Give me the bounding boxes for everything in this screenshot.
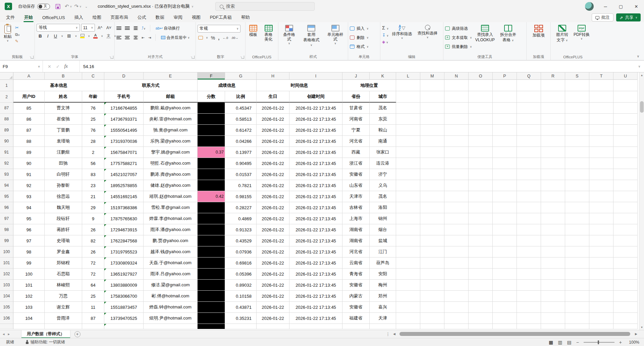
cell-score-black[interactable] [198,235,225,246]
field-header-cell[interactable]: 城市 [370,91,396,103]
empty-cell[interactable] [613,269,638,280]
cell-name[interactable]: 罗金鑫 [45,246,82,257]
empty-cell[interactable] [493,202,517,213]
column-header-R[interactable]: R [541,72,565,80]
fill-color-dropdown-icon[interactable]: ∨ [88,35,90,38]
cell-id[interactable]: 89 [13,147,45,158]
empty-cell[interactable] [565,291,589,302]
row-header-87[interactable]: 87 [0,103,13,114]
cell-province[interactable]: 青海省 [342,269,370,280]
cell-province[interactable]: 福建省 [342,313,370,324]
empty-cell[interactable] [444,269,469,280]
empty-cell[interactable] [613,235,638,246]
row-header-93[interactable]: 93 [0,169,13,180]
empty-cell[interactable] [517,169,541,180]
page-layout-view-icon[interactable]: ▥ [558,340,562,345]
field-header-cell[interactable]: 用户ID [13,91,45,103]
cell-city[interactable]: 嘉兴 [370,302,396,313]
empty-cell[interactable] [565,80,589,91]
cell-created-time[interactable]: 2026-01-22 17:13:45 [289,180,342,191]
empty-cell[interactable] [517,257,541,269]
cell-province[interactable]: 甘肃省 [342,103,370,114]
empty-cell[interactable] [589,235,613,246]
empty-cell[interactable] [444,302,469,313]
empty-cell[interactable] [613,91,638,103]
empty-cell[interactable] [396,224,420,235]
empty-cell[interactable] [396,191,420,202]
cell-ratio[interactable]: 0.13977 [225,147,257,158]
empty-cell[interactable] [469,169,493,180]
row-header-103[interactable]: 103 [0,280,13,291]
empty-cell[interactable] [589,313,613,324]
cancel-icon[interactable]: ✕ [48,64,51,69]
field-header-cell[interactable]: 生日 [257,91,289,103]
empty-cell[interactable] [493,313,517,324]
empty-cell[interactable] [493,224,517,235]
cell-age[interactable]: 26 [82,224,104,235]
cell-score-black[interactable] [198,257,225,269]
empty-cell[interactable] [613,191,638,202]
empty-cell[interactable] [396,257,420,269]
empty-cell[interactable] [420,91,444,103]
cell-province[interactable]: 河北省 [342,246,370,257]
cell-id[interactable]: 90 [13,158,45,169]
cell-birthday[interactable]: 2026-01-22 [257,136,289,147]
empty-cell[interactable] [420,269,444,280]
cell-age[interactable]: 76 [82,125,104,136]
collapse-ribbon-icon[interactable]: ∨ [637,54,639,58]
empty-cell[interactable] [420,103,444,114]
row-header-91[interactable]: 91 [0,147,13,158]
cell-city[interactable]: 济宁 [370,169,396,180]
cell-city[interactable]: 盐城 [370,235,396,246]
empty-cell[interactable] [493,114,517,125]
empty-cell[interactable] [469,158,493,169]
empty-cell[interactable] [517,224,541,235]
empty-cell[interactable] [420,313,444,324]
cell-id[interactable]: 95 [13,213,45,224]
cell-phone[interactable]: 13803880009 [104,280,144,291]
delete-cells-button[interactable]: 删除 [356,35,366,41]
empty-cell[interactable] [517,180,541,191]
cell-province[interactable]: 安徽省 [342,280,370,291]
ribbon-tab-PDF工具箱[interactable]: PDF工具箱 [205,13,236,22]
split-merge-button[interactable]: 拆分合并 表格 ∨ [498,24,518,43]
empty-cell[interactable] [541,180,565,191]
cell-email[interactable]: 健雄.赵@yahoo.com [144,180,198,191]
cell-birthday[interactable]: 2026-01-22 [257,302,289,313]
zoom-slider-knob[interactable] [598,340,599,344]
bold-button[interactable]: B [37,34,43,39]
row-header-94[interactable]: 94 [0,180,13,191]
empty-cell[interactable] [493,136,517,147]
empty-cell[interactable] [420,180,444,191]
cell-age[interactable]: 21 [82,191,104,202]
cell-ratio[interactable]: 0.7821 [225,180,257,191]
cell-city[interactable]: 安阳 [370,269,396,280]
ribbon-tab-数据[interactable]: 数据 [151,13,169,22]
cell-email[interactable]: 擎宇.姚@gmail.com [144,147,198,158]
empty-cell[interactable] [541,257,565,269]
empty-cell[interactable] [469,136,493,147]
empty-cell[interactable] [565,136,589,147]
empty-cell[interactable] [565,125,589,136]
empty-cell[interactable] [469,235,493,246]
format-painter-icon[interactable]: ✎ [15,39,20,44]
empty-cell[interactable] [469,191,493,202]
empty-cell[interactable] [420,158,444,169]
cell-phone[interactable]: 13651927927 [104,269,144,280]
ribbon-tab-文件[interactable]: 文件 [1,13,19,22]
empty-cell[interactable] [541,324,565,329]
cell-email[interactable]: 烨磊.钟@hotmail.com [144,302,198,313]
empty-cell[interactable] [613,213,638,224]
row-header-97[interactable]: 97 [0,213,13,224]
cell-email[interactable]: 乐驹.梁@yahoo.com [144,136,198,147]
vlookup-button[interactable]: 查找录入 VLOOKUP [473,24,497,43]
empty-cell[interactable] [541,136,565,147]
empty-cell[interactable] [493,280,517,291]
cell-score-highlighted[interactable]: 0.37 [198,147,225,158]
cell-created-time[interactable]: 2026-01-22 17:13:45 [289,169,342,180]
autosum-button[interactable]: Σ ∨ [382,25,389,31]
cell-phone[interactable]: 17330809324 [104,257,144,269]
empty-cell[interactable] [444,91,469,103]
cell-score-black[interactable] [198,158,225,169]
cell-city[interactable]: 茂名 [370,103,396,114]
